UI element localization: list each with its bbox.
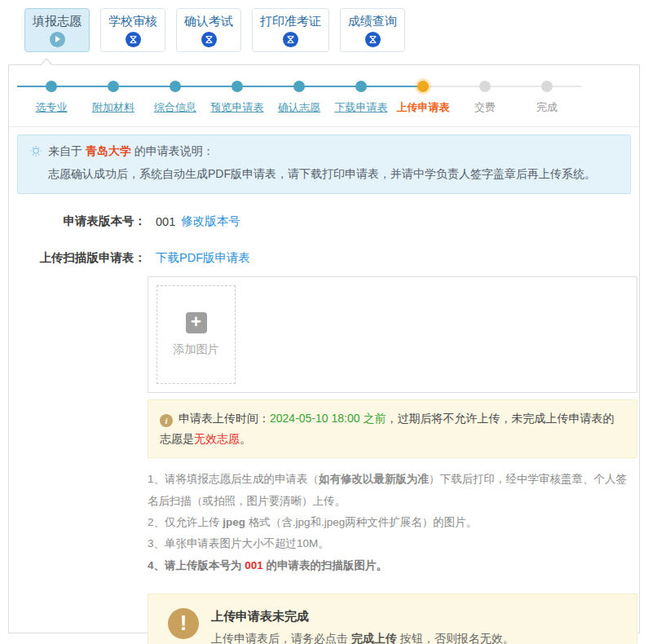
- step-upload-form: 上传申请表: [392, 65, 454, 115]
- top-tab-bar: 填报志愿 学校审核 确认考试 打印准考证 成绩查询: [24, 8, 648, 52]
- version-label: 申请表版本号：: [9, 214, 146, 229]
- step-dot: [293, 81, 305, 92]
- step-complete: 完成: [516, 65, 578, 115]
- step-additional-materials[interactable]: 附加材料: [82, 65, 144, 115]
- tab-fill-application[interactable]: 填报志愿: [24, 8, 90, 52]
- invalid-text: 无效志愿: [194, 432, 240, 445]
- instruction-item-3: 3、单张申请表图片大小不超过10M。: [148, 533, 637, 554]
- warning-body: 上传申请表后，请务必点击 完成上传 按钮，否则报名无效。: [211, 632, 514, 644]
- step-dot: [355, 81, 367, 92]
- modify-version-link[interactable]: 修改版本号: [181, 214, 240, 229]
- instruction-item-4: 4、请上传版本号为 001 的申请表的扫描版图片。: [148, 555, 637, 576]
- step-comprehensive-info[interactable]: 综合信息: [144, 65, 206, 115]
- step-pay-fee: 交费: [454, 65, 516, 115]
- add-image-button[interactable]: + 添加图片: [156, 285, 236, 384]
- tab-label: 成绩查询: [348, 14, 397, 29]
- tab-school-review[interactable]: 学校审核: [100, 8, 165, 52]
- school-notice-body: 志愿确认成功后，系统自动生成PDF版申请表，请下载打印申请表，并请中学负责人签字…: [48, 165, 619, 183]
- step-preview-form[interactable]: 预览申请表: [206, 65, 268, 115]
- step-dot: [46, 81, 57, 92]
- play-icon: [50, 32, 65, 47]
- incomplete-warning-box: ! 上传申请表未完成 上传申请表后，请务必点击 完成上传 按钮，否则报名无效。: [148, 593, 637, 644]
- tab-label: 填报志愿: [33, 14, 82, 29]
- step-download-form[interactable]: 下载申请表: [330, 65, 392, 115]
- upload-dropzone: + 添加图片: [148, 276, 637, 393]
- step-progress-bar: 选专业 附加材料 综合信息 预览申请表 确认志愿 下载申请表: [9, 65, 639, 127]
- hourglass-icon: [126, 32, 141, 47]
- step-dot: [541, 81, 553, 92]
- school-notice-title: 来自于 青岛大学 的申请表说明：: [48, 144, 214, 159]
- lightbulb-icon: [29, 145, 42, 158]
- school-name: 青岛大学: [86, 144, 131, 157]
- main-panel: 选专业 附加材料 综合信息 预览申请表 确认志愿 下载申请表: [8, 64, 640, 633]
- deadline-value: 2024-05-10 18:00 之前: [270, 412, 386, 425]
- instruction-item-1: 1、请将填报志愿后生成的申请表（如有修改以最新版为准）下载后打印，经中学审核盖章…: [148, 469, 637, 512]
- plus-icon: +: [186, 312, 207, 333]
- step-dot: [108, 81, 119, 92]
- hourglass-icon: [201, 32, 217, 47]
- info-icon: i: [160, 414, 173, 427]
- step-dot: [170, 81, 181, 92]
- upload-row: 上传扫描版申请表： 下载PDF版申请表: [9, 250, 639, 266]
- version-row: 申请表版本号： 001 修改版本号: [9, 214, 639, 229]
- deadline-notice: i申请表上传时间：2024-05-10 18:00 之前，过期后将不允许上传，未…: [148, 399, 637, 458]
- tab-confirm-exam[interactable]: 确认考试: [176, 8, 241, 52]
- add-image-label: 添加图片: [174, 342, 219, 357]
- tab-label: 学校审核: [108, 14, 157, 29]
- tab-label: 确认考试: [184, 14, 233, 29]
- hourglass-icon: [283, 32, 298, 47]
- tab-score-query[interactable]: 成绩查询: [340, 8, 405, 52]
- warning-title: 上传申请表未完成: [211, 609, 514, 624]
- download-pdf-link[interactable]: 下载PDF版申请表: [156, 250, 250, 266]
- step-dot-current: [417, 81, 429, 92]
- step-dot: [231, 81, 243, 92]
- exclamation-icon: !: [168, 608, 199, 639]
- step-dot: [479, 81, 491, 92]
- school-notice-box: 来自于 青岛大学 的申请表说明： 志愿确认成功后，系统自动生成PDF版申请表，请…: [17, 135, 631, 194]
- tab-label: 打印准考证: [260, 14, 321, 29]
- upload-label: 上传扫描版申请表：: [9, 250, 146, 266]
- hourglass-icon: [365, 32, 381, 47]
- step-confirm-application[interactable]: 确认志愿: [268, 65, 330, 115]
- tab-print-admission-ticket[interactable]: 打印准考证: [252, 8, 329, 52]
- version-value: 001: [156, 215, 175, 228]
- instruction-list: 1、请将填报志愿后生成的申请表（如有修改以最新版为准）下载后打印，经中学审核盖章…: [148, 469, 637, 576]
- instruction-item-2: 2、仅允许上传 jpeg 格式（含.jpg和.jpeg两种文件扩展名）的图片。: [148, 512, 637, 533]
- step-choose-major[interactable]: 选专业: [20, 65, 82, 115]
